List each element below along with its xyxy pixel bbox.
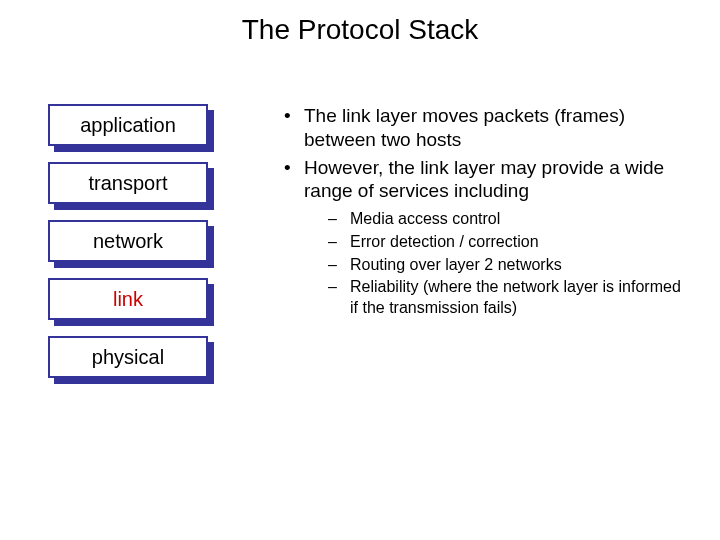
protocol-stack: application transport network link physi… xyxy=(48,104,220,394)
sub-bullet-item: Routing over layer 2 networks xyxy=(304,255,690,276)
layer-box: physical xyxy=(48,336,208,378)
layer-link: link xyxy=(48,278,220,324)
layer-network: network xyxy=(48,220,220,266)
layer-physical: physical xyxy=(48,336,220,382)
sub-bullet-list: Media access control Error detection / c… xyxy=(304,209,690,319)
bullet-text: However, the link layer may provide a wi… xyxy=(304,157,664,202)
sub-bullet-item: Reliability (where the network layer is … xyxy=(304,277,690,319)
slide-title: The Protocol Stack xyxy=(0,0,720,54)
layer-box: transport xyxy=(48,162,208,204)
layer-transport: transport xyxy=(48,162,220,208)
bullet-list: The link layer moves packets (frames) be… xyxy=(280,104,690,319)
sub-bullet-item: Media access control xyxy=(304,209,690,230)
sub-bullet-item: Error detection / correction xyxy=(304,232,690,253)
layer-box: network xyxy=(48,220,208,262)
text-column: The link layer moves packets (frames) be… xyxy=(220,104,690,394)
bullet-item: However, the link layer may provide a wi… xyxy=(280,156,690,319)
layer-application: application xyxy=(48,104,220,150)
layer-box-highlight: link xyxy=(48,278,208,320)
layer-box: application xyxy=(48,104,208,146)
bullet-item: The link layer moves packets (frames) be… xyxy=(280,104,690,152)
slide-content: application transport network link physi… xyxy=(0,54,720,394)
